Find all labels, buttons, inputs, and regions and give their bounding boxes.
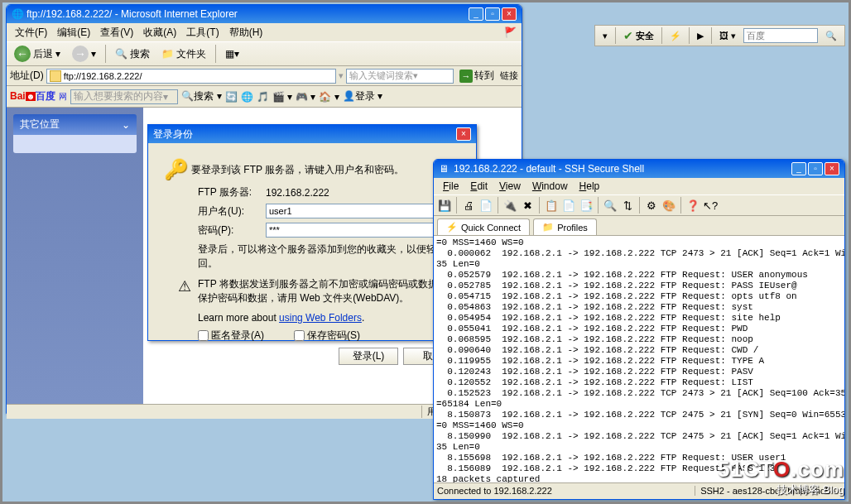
info-text: 登录后，可以将这个服务器添加到您的收藏夹，以便轻易返回。 [198, 242, 463, 271]
menu-file[interactable]: 文件(F) [10, 24, 52, 41]
server-label: FTP 服务器: [198, 185, 266, 199]
minimize-button[interactable]: _ [469, 7, 483, 21]
window-title: ftp://192.168.2.222/ - Microsoft Interne… [26, 8, 469, 20]
go-icon: → [459, 70, 473, 83]
warning-icon: ⚠ [175, 277, 195, 305]
forward-button[interactable]: →▾ [68, 44, 100, 64]
ie-menubar: 文件(F) 编辑(E) 查看(V) 收藏(A) 工具(T) 帮助(H) 🚩 [7, 23, 522, 41]
keyword-search-input[interactable]: 输入关键词搜索 ▾ [346, 69, 454, 84]
ssh-menu-help[interactable]: Help [574, 180, 606, 193]
login-button[interactable]: 登录(L) [339, 348, 398, 365]
username-input[interactable] [266, 204, 448, 218]
baidu-search-input[interactable]: 输入想要搜索的内容 ▾ [70, 89, 178, 104]
search-icon[interactable]: 🔍 [821, 29, 841, 43]
terminal-output[interactable]: =0 MSS=1460 WS=0 0.000062 192.168.2.1 ->… [434, 236, 844, 482]
username-label: 用户名(U): [198, 204, 266, 218]
colors-icon[interactable]: 🎨 [661, 198, 676, 213]
find-icon[interactable]: 🔍 [603, 198, 618, 213]
ssh-toolbar: 💾 🖨 📄 🔌 ✖ 📋 📄 📑 🔍 ⇅ ⚙ 🎨 ❓ ↖? [434, 194, 844, 216]
browser-toolbar-right: ▾ ✔安全 ⚡ ▶ 🖼 ▾ 🔍 [594, 25, 845, 46]
folders-button[interactable]: 📁 文件夹 [157, 46, 210, 63]
login-dialog: 登录身份 × 🔑 要登录到该 FTP 服务器，请键入用户名和密码。 FTP 服务… [147, 124, 477, 341]
news-icon[interactable]: 🌐 [241, 91, 253, 103]
ie-titlebar: 🌐 ftp://192.168.2.222/ - Microsoft Inter… [7, 5, 522, 23]
connect-icon[interactable]: 🔌 [502, 198, 517, 213]
ssh-menu-view[interactable]: View [493, 180, 526, 193]
ie-toolbar: ←后退 ▾ →▾ 🔍 搜索 📁 文件夹 ▦▾ [7, 41, 522, 66]
key-icon: 🔑 [164, 158, 189, 181]
dialog-close-button[interactable]: × [456, 127, 471, 141]
menu-help[interactable]: 帮助(H) [224, 24, 268, 41]
ssh-minimize-button[interactable]: _ [791, 162, 806, 175]
chevron-icon: ⌄ [122, 119, 130, 131]
dialog-title: 登录身份 [153, 127, 456, 142]
ssh-menu-file[interactable]: File [437, 180, 464, 193]
game-icon[interactable]: 🎮 ▾ [296, 91, 315, 103]
top-search-input[interactable] [743, 28, 818, 43]
ssh-menu-edit[interactable]: Edit [464, 180, 493, 193]
baidu-search-button[interactable]: 🔍搜索 ▾ [181, 89, 221, 103]
paste2-icon[interactable]: 📑 [579, 198, 594, 213]
settings-icon[interactable]: ⚙ [644, 198, 659, 213]
menu-edit[interactable]: 编辑(E) [52, 24, 95, 41]
dialog-titlebar: 登录身份 × [148, 125, 476, 143]
warning-text: FTP 将数据发送到服务器之前不加密或编码密码或数据。要保护密码和数据，请用 W… [198, 277, 463, 305]
save-icon[interactable]: 💾 [437, 198, 452, 213]
profiles-tab[interactable]: 📁 Profiles [533, 218, 597, 235]
links-label[interactable]: 链接 [500, 70, 518, 82]
lightning-icon[interactable]: ⚡ [666, 29, 685, 43]
menu-favorites[interactable]: 收藏(A) [138, 24, 181, 41]
safe-button[interactable]: ✔安全 [619, 27, 658, 44]
transfer-icon[interactable]: ⇅ [620, 198, 635, 213]
play-icon[interactable]: ▶ [693, 29, 708, 43]
ssh-tabs: ⚡ Quick Connect 📁 Profiles [434, 216, 844, 236]
menu-view[interactable]: 查看(V) [95, 24, 138, 41]
throbber-icon: 🚩 [502, 25, 518, 40]
quick-connect-tab[interactable]: ⚡ Quick Connect [437, 218, 530, 235]
menu-tools[interactable]: 工具(T) [181, 24, 224, 41]
views-button[interactable]: ▦▾ [221, 46, 243, 61]
print-icon[interactable]: 🖨 [461, 198, 476, 213]
forward-icon: → [72, 46, 89, 62]
password-label: 密码(P): [198, 223, 266, 238]
search-button[interactable]: 🔍 搜索 [111, 46, 154, 63]
video-icon[interactable]: 🎬 ▾ [272, 91, 292, 103]
login-button[interactable]: 👤登录 ▾ [343, 89, 382, 103]
disconnect-icon[interactable]: ✖ [520, 198, 535, 213]
help-icon[interactable]: ❓ [685, 198, 700, 213]
picture-icon[interactable]: 🖼 ▾ [715, 29, 740, 43]
paste-icon[interactable]: 📄 [561, 198, 576, 213]
ssh-maximize-button[interactable]: ▫ [808, 162, 823, 175]
ssh-status-left: Connected to 192.168.2.222 [437, 486, 695, 496]
password-input[interactable] [266, 223, 448, 238]
back-icon: ← [14, 46, 31, 62]
ssh-icon: 🖥 [439, 163, 450, 175]
ssh-window: 🖥 192.168.2.222 - default - SSH Secure S… [433, 159, 845, 500]
flow-icon[interactable]: 🎵 [257, 91, 269, 103]
refresh-icon[interactable]: 🔄 [225, 91, 238, 103]
anonymous-checkbox[interactable]: 匿名登录(A) [198, 329, 264, 343]
ssh-menubar: File Edit View Window Help [434, 178, 844, 194]
dropdown-icon[interactable]: ▾ [599, 29, 612, 43]
ssh-close-button[interactable]: × [825, 162, 839, 175]
sidebar-other-places[interactable]: 其它位置⌄ [13, 114, 137, 135]
maximize-button[interactable]: ▫ [485, 7, 500, 21]
address-label: 地址(D) [10, 69, 44, 83]
preview-icon[interactable]: 📄 [478, 198, 493, 213]
whatsthis-icon[interactable]: ↖? [703, 198, 718, 213]
baidu-logo[interactable]: Bai☻百度 [10, 89, 55, 103]
save-password-checkbox[interactable]: 保存密码(S) [294, 329, 360, 343]
ie-icon: 🌐 [12, 8, 23, 20]
space-icon[interactable]: 🏠 ▾ [319, 91, 339, 103]
web-folders-link[interactable]: using Web Folders [279, 312, 362, 324]
learn-more: Learn more about using Web Folders. [198, 312, 463, 324]
ssh-menu-window[interactable]: Window [526, 180, 574, 193]
watermark: 51CTO.com 技术博客 Blog [718, 457, 844, 497]
folder-icon [50, 70, 61, 82]
go-button[interactable]: →转到 [456, 69, 498, 83]
close-button[interactable]: × [502, 7, 517, 21]
copy-icon[interactable]: 📋 [544, 198, 559, 213]
baidu-toolbar: Bai☻百度 网 输入想要搜索的内容 ▾ 🔍搜索 ▾ 🔄 🌐 🎵 🎬 ▾ 🎮 ▾… [7, 86, 522, 108]
back-button[interactable]: ←后退 ▾ [10, 44, 65, 64]
address-input[interactable]: ftp://192.168.2.222/ [46, 69, 336, 84]
